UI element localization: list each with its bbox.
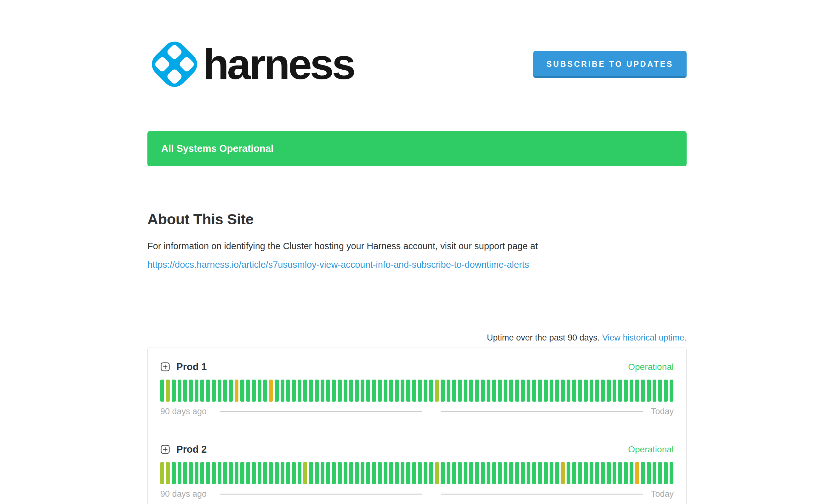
uptime-bar[interactable] [389,462,393,484]
uptime-bar[interactable] [383,462,388,484]
uptime-bar[interactable] [321,462,324,484]
uptime-bar[interactable] [229,379,233,402]
uptime-bar[interactable] [429,379,433,402]
uptime-bar[interactable] [383,379,388,402]
uptime-bar[interactable] [601,379,605,402]
uptime-bar[interactable] [378,379,382,402]
uptime-bar[interactable] [458,462,462,484]
view-historical-uptime-link[interactable]: View historical uptime. [602,333,687,343]
uptime-bar[interactable] [613,462,616,484]
uptime-bar[interactable] [401,379,404,402]
uptime-bar[interactable] [315,379,319,402]
uptime-bar[interactable] [509,379,513,402]
uptime-bar[interactable] [441,462,444,484]
uptime-bar[interactable] [269,462,273,484]
uptime-bar[interactable] [246,379,250,402]
uptime-bar[interactable] [298,462,302,484]
uptime-bar[interactable] [183,462,187,484]
uptime-bar[interactable] [298,379,302,402]
uptime-bar[interactable] [258,462,261,484]
uptime-bar[interactable] [395,462,399,484]
uptime-bar[interactable] [607,462,610,484]
uptime-bar[interactable] [475,379,479,402]
uptime-bar[interactable] [458,379,462,402]
uptime-bar[interactable] [527,379,530,402]
uptime-bar[interactable] [395,379,399,402]
uptime-bar[interactable] [469,379,473,402]
uptime-bar[interactable] [366,379,370,402]
uptime-bar[interactable] [613,379,616,402]
uptime-bar[interactable] [521,462,525,484]
uptime-bar[interactable] [355,379,359,402]
uptime-bar[interactable] [229,462,233,484]
uptime-bar[interactable] [532,462,536,484]
uptime-bar[interactable] [246,462,250,484]
uptime-bar[interactable] [567,462,570,484]
uptime-bar[interactable] [635,462,639,484]
uptime-bar[interactable] [595,462,599,484]
uptime-bar[interactable] [240,462,244,484]
uptime-bar[interactable] [286,379,290,402]
uptime-bar[interactable] [446,379,451,402]
uptime-bar[interactable] [658,462,662,484]
uptime-bar[interactable] [590,379,593,402]
uptime-bar[interactable] [200,379,204,402]
uptime-bar[interactable] [349,379,353,402]
uptime-bar[interactable] [172,379,175,402]
uptime-bar[interactable] [366,462,370,484]
uptime-bar[interactable] [446,462,451,484]
uptime-bar[interactable] [572,379,576,402]
uptime-bar[interactable] [218,379,221,402]
uptime-bar[interactable] [555,379,559,402]
uptime-bar[interactable] [641,379,645,402]
uptime-bar[interactable] [429,462,433,484]
uptime-bar[interactable] [647,379,651,402]
uptime-bar[interactable] [378,462,382,484]
uptime-bar[interactable] [406,379,410,402]
uptime-bar[interactable] [464,462,467,484]
uptime-bar[interactable] [670,379,673,402]
uptime-bar[interactable] [412,462,416,484]
uptime-bar[interactable] [601,462,605,484]
uptime-bar[interactable] [223,462,227,484]
uptime-bar[interactable] [630,379,633,402]
uptime-bar[interactable] [195,379,198,402]
uptime-bar[interactable] [653,379,656,402]
uptime-bar[interactable] [515,379,519,402]
uptime-bar[interactable] [418,379,422,402]
uptime-bar[interactable] [286,462,290,484]
uptime-bar[interactable] [406,462,410,484]
uptime-bar[interactable] [424,462,427,484]
uptime-bar[interactable] [235,379,238,402]
uptime-bar[interactable] [504,462,507,484]
uptime-bar[interactable] [326,462,330,484]
uptime-bar[interactable] [635,379,639,402]
uptime-bar[interactable] [309,379,313,402]
uptime-bar[interactable] [544,462,548,484]
uptime-bar[interactable] [332,462,336,484]
uptime-bar[interactable] [315,462,319,484]
uptime-bar[interactable] [292,379,296,402]
uptime-bar[interactable] [630,462,633,484]
uptime-bar[interactable] [584,462,588,484]
uptime-bar[interactable] [464,379,467,402]
uptime-bar[interactable] [424,379,427,402]
uptime-bar[interactable] [418,462,422,484]
uptime-bar[interactable] [452,462,456,484]
uptime-bar[interactable] [355,462,359,484]
uptime-bar[interactable] [538,462,542,484]
uptime-bar[interactable] [303,462,307,484]
uptime-bar[interactable] [618,462,622,484]
uptime-bar[interactable] [218,462,221,484]
uptime-bar[interactable] [372,462,376,484]
uptime-bar[interactable] [206,462,210,484]
uptime-bar[interactable] [532,379,536,402]
uptime-bar[interactable] [212,462,216,484]
uptime-bar[interactable] [252,462,256,484]
uptime-bar[interactable] [521,379,525,402]
uptime-bar[interactable] [561,462,565,484]
uptime-bar[interactable] [344,462,347,484]
uptime-bar[interactable] [584,379,588,402]
uptime-bar[interactable] [309,462,313,484]
uptime-bar[interactable] [595,379,599,402]
